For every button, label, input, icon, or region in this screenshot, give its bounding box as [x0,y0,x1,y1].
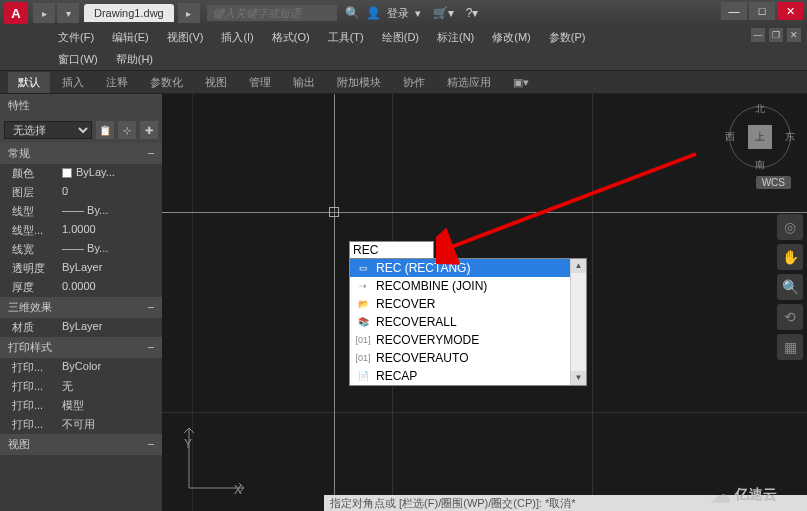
qat-dropdown-icon[interactable]: ▾ [57,3,79,23]
menu-help[interactable]: 帮助(H) [108,50,161,69]
menu-file[interactable]: 文件(F) [50,28,102,47]
ribbon-tab-view[interactable]: 视图 [195,72,237,93]
watermark: ☁ 亿速云 [711,483,777,507]
ribbon-tabs: 默认 插入 注释 参数化 视图 管理 输出 附加模块 协作 精选应用 ▣▾ [0,70,807,94]
login-link[interactable]: 登录 [387,6,409,21]
viewcube-top[interactable]: 上 [748,125,772,149]
nav-orbit-icon[interactable]: ⟲ [777,304,803,330]
login-dropdown-icon[interactable]: ▾ [415,7,421,20]
ribbon-tab-default[interactable]: 默认 [8,72,50,93]
tab-play-icon[interactable]: ▸ [178,3,200,23]
menu-parametric[interactable]: 参数(P) [541,28,594,47]
ribbon-tab-output[interactable]: 输出 [283,72,325,93]
ucs-icon: Y X [174,418,254,501]
maximize-button[interactable]: □ [749,2,775,20]
prop-thickness[interactable]: 厚度0.0000 [0,278,162,297]
autocomplete-item[interactable]: ▭REC (RECTANG) [350,259,586,277]
close-button[interactable]: ✕ [777,2,803,20]
menu-view[interactable]: 视图(V) [159,28,212,47]
prop-transparency[interactable]: 透明度ByLayer [0,259,162,278]
autocomplete-item[interactable]: [01]RECOVERAUTO [350,349,586,367]
svg-line-1 [446,154,696,249]
autocomplete-scrollbar[interactable]: ▲▼ [570,259,586,385]
menu-format[interactable]: 格式(O) [264,28,318,47]
rectangle-icon: ▭ [356,262,370,274]
ribbon-tab-annotate[interactable]: 注释 [96,72,138,93]
cart-icon[interactable]: 🛒▾ [433,6,454,20]
mdi-minimize-button[interactable]: — [751,28,765,42]
sysvar-icon: [01] [356,352,370,364]
sysvar-icon: [01] [356,334,370,346]
autocomplete-item[interactable]: 📄RECAP [350,367,586,385]
viewcube[interactable]: 上 北 南 东 西 [729,106,791,168]
wcs-badge[interactable]: WCS [756,176,791,189]
menu-window[interactable]: 窗口(W) [50,50,106,69]
mdi-close-button[interactable]: ✕ [787,28,801,42]
quick-select-icon[interactable]: 📋 [96,121,114,139]
section-view[interactable]: 视图– [0,434,162,455]
prop-ltscale[interactable]: 线型...1.0000 [0,221,162,240]
viewcube-east: 东 [785,130,795,144]
menu-draw[interactable]: 绘图(D) [374,28,427,47]
menu-bar: 文件(F) 编辑(E) 视图(V) 插入(I) 格式(O) 工具(T) 绘图(D… [0,26,807,48]
menu-modify[interactable]: 修改(M) [484,28,539,47]
prop-plot-2[interactable]: 打印...无 [0,377,162,396]
ribbon-tab-featured[interactable]: 精选应用 [437,72,501,93]
ribbon-tab-insert[interactable]: 插入 [52,72,94,93]
user-icon[interactable]: 👤 [366,6,381,20]
help-icon[interactable]: ?▾ [466,6,479,20]
prop-plot-4[interactable]: 打印...不可用 [0,415,162,434]
prop-material[interactable]: 材质ByLayer [0,318,162,337]
autocomplete-item[interactable]: [01]RECOVERYMODE [350,331,586,349]
recoverall-icon: 📚 [356,316,370,328]
crosshair-horizontal [162,212,807,213]
ribbon-tab-more-icon[interactable]: ▣▾ [503,73,539,92]
menu-edit[interactable]: 编辑(E) [104,28,157,47]
select-objects-icon[interactable]: ⊹ [118,121,136,139]
ribbon-tab-collab[interactable]: 协作 [393,72,435,93]
nav-wheel-icon[interactable]: ◎ [777,214,803,240]
autocomplete-item[interactable]: 📂RECOVER [350,295,586,313]
annotation-arrow [436,149,706,269]
prop-layer[interactable]: 图层0 [0,183,162,202]
viewcube-west: 西 [725,130,735,144]
mdi-restore-button[interactable]: ❐ [769,28,783,42]
section-general[interactable]: 常规– [0,143,162,164]
autocomplete-item[interactable]: ⇢RECOMBINE (JOIN) [350,277,586,295]
toggle-pickadd-icon[interactable]: ✚ [140,121,158,139]
recap-icon: 📄 [356,370,370,382]
ribbon-tab-addins[interactable]: 附加模块 [327,72,391,93]
join-icon: ⇢ [356,280,370,292]
menu-insert[interactable]: 插入(I) [213,28,261,47]
nav-pan-icon[interactable]: ✋ [777,244,803,270]
section-3deffects[interactable]: 三维效果– [0,297,162,318]
section-plotstyle[interactable]: 打印样式– [0,337,162,358]
ribbon-tab-parametric[interactable]: 参数化 [140,72,193,93]
prop-lineweight[interactable]: 线宽—— By... [0,240,162,259]
menu-bar-row2: 窗口(W) 帮助(H) [0,48,807,70]
viewcube-north: 北 [755,102,765,116]
watermark-text: 亿速云 [735,486,777,504]
drawing-canvas[interactable]: ▭REC (RECTANG) ⇢RECOMBINE (JOIN) 📂RECOVE… [162,94,807,511]
search-input[interactable] [207,5,337,21]
prop-color[interactable]: 颜色ByLay... [0,164,162,183]
prop-plot-1[interactable]: 打印...ByColor [0,358,162,377]
properties-panel: 特性 无选择 📋 ⊹ ✚ 常规– 颜色ByLay... 图层0 线型—— By.… [0,94,162,511]
window-titlebar: A ▸ ▾ Drawing1.dwg ▸ 🔍 👤 登录 ▾ 🛒▾ ?▾ — □ … [0,0,807,26]
selection-combo[interactable]: 无选择 [4,121,92,139]
dynamic-input[interactable] [349,241,434,259]
document-tab[interactable]: Drawing1.dwg [84,4,174,22]
nav-showmotion-icon[interactable]: ▦ [777,334,803,360]
binoculars-icon[interactable]: 🔍 [345,6,360,20]
ribbon-tab-manage[interactable]: 管理 [239,72,281,93]
recover-icon: 📂 [356,298,370,310]
nav-zoom-icon[interactable]: 🔍 [777,274,803,300]
minimize-button[interactable]: — [721,2,747,20]
autocomplete-item[interactable]: 📚RECOVERALL [350,313,586,331]
menu-tools[interactable]: 工具(T) [320,28,372,47]
menu-dimension[interactable]: 标注(N) [429,28,482,47]
prop-linetype[interactable]: 线型—— By... [0,202,162,221]
autocomplete-list: ▭REC (RECTANG) ⇢RECOMBINE (JOIN) 📂RECOVE… [349,258,587,386]
qat-open-icon[interactable]: ▸ [33,3,55,23]
prop-plot-3[interactable]: 打印...模型 [0,396,162,415]
